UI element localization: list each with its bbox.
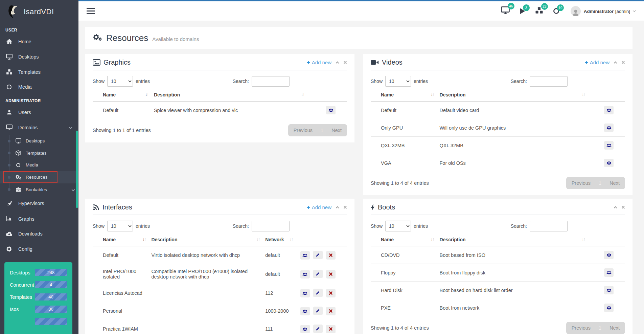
edit-button[interactable] <box>313 325 323 333</box>
delete-icon <box>329 253 333 257</box>
page-size-select[interactable]: 10 <box>107 76 133 87</box>
notif-templates[interactable]: 23 <box>535 7 543 15</box>
panel-graphics: Graphics Add new Show 10 entries Search: <box>85 54 354 142</box>
search-input[interactable] <box>252 76 290 87</box>
edit-button[interactable] <box>313 251 323 259</box>
column-header-name[interactable]: Name <box>93 88 151 101</box>
stat-bar: 40 <box>35 293 67 300</box>
delete-button[interactable] <box>326 251 336 260</box>
edit-icon <box>316 272 320 276</box>
sidebar-item-domains[interactable]: Domains <box>0 120 78 135</box>
column-header-description[interactable]: Description <box>437 88 588 101</box>
edit-button[interactable] <box>313 289 323 297</box>
collapse-icon[interactable] <box>614 206 617 210</box>
allowed-users-button[interactable] <box>604 159 614 167</box>
sidebar-item-media[interactable]: Media <box>0 80 78 94</box>
allowed-users-icon <box>302 327 307 331</box>
submenu-item-bookables[interactable]: Bookables <box>0 183 78 196</box>
page-size-select[interactable]: 10 <box>385 76 411 87</box>
page-size-select[interactable]: 10 <box>385 221 411 231</box>
sidebar-scrollbar[interactable] <box>76 131 78 208</box>
column-header-description[interactable]: Description <box>151 88 307 101</box>
page-number[interactable]: 1 <box>599 325 601 331</box>
next-button[interactable]: Next <box>610 325 620 331</box>
sidebar-item-hypervisors[interactable]: Hypervisors <box>0 196 78 211</box>
close-icon[interactable] <box>621 205 625 209</box>
sidebar-item-desktops[interactable]: Desktops <box>0 49 78 64</box>
close-icon[interactable] <box>343 61 347 64</box>
add-new-button[interactable]: Add new <box>585 59 610 66</box>
submenu-item-desktops[interactable]: Desktops <box>0 135 78 147</box>
allowed-users-button[interactable] <box>604 286 614 294</box>
show-label: Show <box>93 79 105 84</box>
edit-button[interactable] <box>313 270 323 278</box>
search-input[interactable] <box>252 221 290 231</box>
sidebar-item-label: Graphs <box>18 216 34 222</box>
column-header-description[interactable]: Description <box>148 233 262 246</box>
delete-button[interactable] <box>326 307 336 315</box>
allowed-users-button[interactable] <box>300 289 310 297</box>
allowed-users-button[interactable] <box>604 304 614 312</box>
collapse-icon[interactable] <box>336 206 339 210</box>
collapse-icon[interactable] <box>614 62 617 65</box>
notif-started[interactable]: 3 <box>520 8 525 14</box>
submenu-item-resources[interactable]: Resources <box>0 171 78 183</box>
add-new-button[interactable]: Add new <box>307 59 331 66</box>
close-icon[interactable] <box>343 205 347 209</box>
allowed-users-button[interactable] <box>604 251 614 259</box>
sidebar-item-config[interactable]: Config <box>0 241 78 257</box>
column-header-name[interactable]: Name <box>371 88 437 101</box>
page-number[interactable]: 1 <box>599 180 601 186</box>
allowed-users-button[interactable] <box>300 325 310 333</box>
delete-icon <box>329 291 333 295</box>
page-number[interactable]: 1 <box>321 128 323 133</box>
sidebar-item-graphs[interactable]: Graphs <box>0 211 78 226</box>
allowed-users-button[interactable] <box>604 106 614 114</box>
add-new-button[interactable]: Add new <box>307 204 331 211</box>
sidebar-item-downloads[interactable]: Downloads <box>0 226 78 241</box>
sidebar-item-templates[interactable]: Templates <box>0 64 78 80</box>
allowed-users-button[interactable] <box>300 307 310 315</box>
delete-button[interactable] <box>326 289 336 297</box>
allowed-users-button[interactable] <box>604 124 614 132</box>
collapse-icon[interactable] <box>336 62 339 65</box>
allowed-users-button[interactable] <box>604 268 614 277</box>
delete-button[interactable] <box>326 325 336 333</box>
allowed-users-button[interactable] <box>300 251 310 260</box>
allowed-users-button[interactable] <box>326 106 336 114</box>
count-badge: 46 <box>508 3 514 9</box>
submenu-item-templates[interactable]: Templates <box>0 147 78 159</box>
previous-button[interactable]: Previous <box>572 180 591 186</box>
previous-button[interactable]: Previous <box>294 128 313 133</box>
edit-button[interactable] <box>313 307 323 315</box>
next-button[interactable]: Next <box>610 180 620 186</box>
cell-description: Compatible Intel PRO/1000 (e1000) isolat… <box>148 264 262 284</box>
menu-toggle-icon[interactable] <box>87 7 95 15</box>
next-button[interactable]: Next <box>331 128 342 133</box>
previous-button[interactable]: Previous <box>572 325 591 331</box>
sidebar-item-home[interactable]: Home <box>0 34 78 49</box>
user-menu[interactable]: Administrator [admin] <box>571 6 635 16</box>
column-header-network[interactable]: Network <box>262 233 296 246</box>
close-icon[interactable] <box>621 61 625 64</box>
allowed-users-button[interactable] <box>300 270 310 279</box>
resources-gears-icon <box>15 174 22 180</box>
allowed-users-icon <box>302 291 307 295</box>
search-input[interactable] <box>530 76 568 87</box>
submenu-item-media[interactable]: Media <box>0 159 78 171</box>
notif-desktops[interactable]: 46 <box>501 6 510 16</box>
sidebar-item-users[interactable]: Users <box>0 105 78 120</box>
delete-button[interactable] <box>326 270 336 279</box>
column-header-name[interactable]: Name <box>371 233 437 246</box>
page-size-select[interactable]: 10 <box>107 221 133 231</box>
table-info: Showing 1 to 1 of 1 entries <box>93 128 151 133</box>
notif-media[interactable]: 19 <box>553 8 559 14</box>
pagination: Previous 1 Next <box>566 177 625 189</box>
search-input[interactable] <box>530 221 568 231</box>
entries-label: entries <box>136 223 150 229</box>
allowed-users-button[interactable] <box>604 141 614 150</box>
plus-icon <box>585 59 588 66</box>
column-header-name[interactable]: Name <box>93 233 148 246</box>
column-header-description[interactable]: Description <box>437 233 588 246</box>
brand[interactable]: IsardVDI <box>0 0 78 24</box>
